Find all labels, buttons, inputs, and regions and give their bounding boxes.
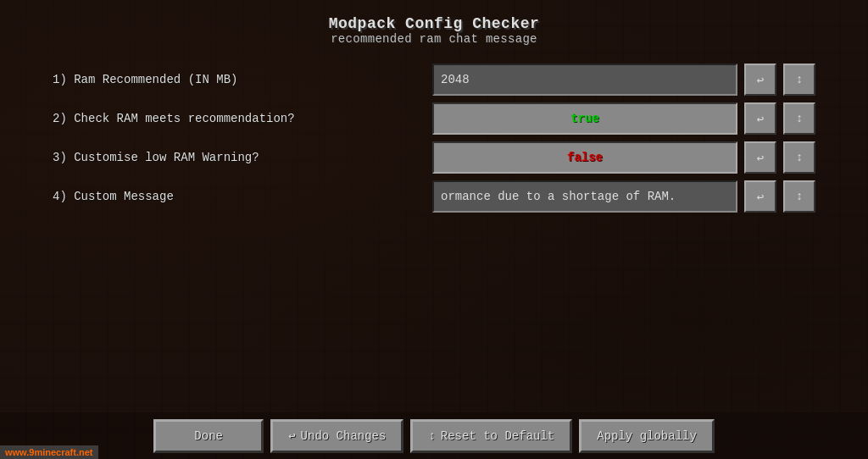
reset-label: Reset to Default	[441, 429, 554, 443]
undo-btn-4[interactable]: ↩	[744, 180, 776, 213]
value-check-ram: true	[570, 112, 599, 125]
label-custom-message: 4) Custom Message	[53, 190, 426, 203]
done-label: Done	[194, 429, 223, 443]
input-custom-message[interactable]	[441, 190, 729, 203]
label-ram-recommended: 1) Ram Recommended (IN MB)	[53, 73, 426, 86]
label-check-ram: 2) Check RAM meets recommendation?	[53, 112, 426, 125]
reset-btn-4[interactable]: ↕	[783, 180, 815, 213]
undo-icon: ↩	[288, 429, 295, 443]
bottom-bar: Done ↩ Undo Changes ↕ Reset to Default A…	[0, 412, 868, 459]
main-page: Modpack Config Checker recommended ram c…	[0, 0, 868, 459]
undo-btn-2[interactable]: ↩	[744, 102, 776, 135]
control-customise-warning[interactable]: false	[432, 141, 737, 174]
watermark: www.9minecraft.net	[0, 445, 98, 459]
label-customise-warning: 3) Customise low RAM Warning?	[53, 151, 426, 164]
reset-icon: ↕	[428, 429, 435, 443]
apply-label: Apply globally	[597, 429, 697, 443]
input-ram-recommended[interactable]	[441, 73, 729, 86]
reset-to-default-button[interactable]: ↕ Reset to Default	[410, 419, 572, 453]
page-subtitle: recommended ram chat message	[329, 32, 540, 46]
apply-globally-button[interactable]: Apply globally	[579, 419, 715, 453]
reset-btn-2[interactable]: ↕	[783, 102, 815, 135]
done-button[interactable]: Done	[153, 419, 264, 453]
reset-btn-3[interactable]: ↕	[783, 141, 815, 174]
undo-changes-button[interactable]: ↩ Undo Changes	[270, 419, 403, 453]
control-check-ram[interactable]: true	[432, 102, 737, 135]
reset-btn-1[interactable]: ↕	[783, 64, 815, 96]
settings-container: 1) Ram Recommended (IN MB) ↩ ↕ 2) Check …	[53, 63, 815, 213]
undo-btn-3[interactable]: ↩	[744, 141, 776, 174]
header: Modpack Config Checker recommended ram c…	[329, 15, 540, 46]
setting-row-check-ram: 2) Check RAM meets recommendation? true …	[53, 102, 815, 135]
undo-btn-1[interactable]: ↩	[744, 64, 776, 96]
control-custom-message[interactable]	[432, 180, 737, 213]
setting-row-ram-recommended: 1) Ram Recommended (IN MB) ↩ ↕	[53, 63, 815, 97]
control-ram-recommended[interactable]	[432, 64, 737, 96]
page-title: Modpack Config Checker	[329, 15, 540, 32]
undo-label: Undo Changes	[301, 429, 387, 443]
setting-row-customise-warning: 3) Customise low RAM Warning? false ↩ ↕	[53, 141, 815, 174]
setting-row-custom-message: 4) Custom Message ↩ ↕	[53, 180, 815, 213]
watermark-site: www.9minecraft.net	[5, 447, 93, 457]
value-customise-warning: false	[567, 151, 603, 164]
